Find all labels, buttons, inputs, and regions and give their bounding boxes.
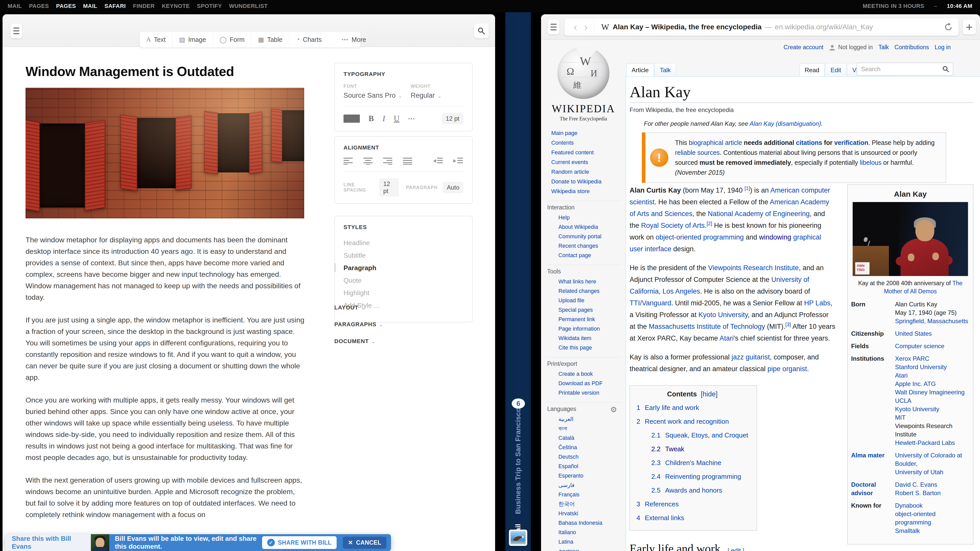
style-item[interactable]: Paragraph: [344, 262, 463, 274]
talk-link[interactable]: Talk: [878, 44, 889, 51]
contributions-link[interactable]: Contributions: [894, 44, 929, 51]
insert-tool-button[interactable]: A Text: [140, 32, 172, 48]
login-link[interactable]: Log in: [935, 44, 951, 51]
sidebar-language-link[interactable]: Deutsch: [558, 452, 622, 462]
infobox-photo[interactable]: AWNTING: [853, 202, 968, 276]
wikipedia-wordmark[interactable]: WIKIPEDIA: [541, 103, 626, 115]
namespace-tab[interactable]: Talk: [655, 63, 676, 77]
sidebar-link[interactable]: Random article: [551, 167, 626, 177]
sidebar-link[interactable]: Current events: [551, 157, 626, 167]
toc-item[interactable]: 1Early life and work: [636, 401, 748, 414]
forward-button[interactable]: ›: [581, 22, 591, 32]
inline-link[interactable]: Kyoto University: [895, 406, 939, 413]
line-spacing-field[interactable]: 12 pt: [379, 178, 399, 197]
inline-link[interactable]: Kyoto University: [698, 311, 748, 319]
toc-item[interactable]: 3References: [636, 497, 748, 511]
mail-app-icon[interactable]: [509, 530, 527, 546]
inline-link[interactable]: [1]: [745, 186, 750, 191]
align-left-button[interactable]: [344, 157, 353, 165]
sidebar-language-link[interactable]: മലയാളം: [558, 547, 622, 551]
document-section-toggle[interactable]: DOCUMENT⌄: [334, 338, 375, 345]
inline-link[interactable]: Hewlett-Packard Labs: [895, 439, 955, 446]
sidebar-link[interactable]: Donate to Wikipedia: [551, 177, 626, 186]
align-center-button[interactable]: [363, 157, 373, 165]
sidebar-link[interactable]: Wikidata item: [558, 333, 622, 343]
share-with-bill-button[interactable]: ✓ SHARE WITH BILL: [262, 536, 337, 549]
toc-item[interactable]: 2.3Children's Machine: [651, 456, 748, 470]
inline-link[interactable]: Dynabook: [895, 502, 923, 509]
outdent-button[interactable]: [433, 157, 443, 165]
sidebar-language-link[interactable]: Bahasa Indonesia: [558, 518, 622, 528]
document-photo-brick-shutters[interactable]: [25, 88, 304, 218]
inline-link[interactable]: TTI/Vanguard: [630, 299, 671, 307]
sidebar-language-link[interactable]: Latina: [558, 537, 622, 547]
inline-link[interactable]: citations: [796, 139, 822, 146]
inline-link[interactable]: [3]: [785, 322, 791, 327]
sidebar-link[interactable]: Main page: [551, 128, 626, 138]
paragraphs-section-toggle[interactable]: PARAGRAPHS⌄: [334, 321, 383, 328]
inline-link[interactable]: Massachusetts Institute of Technology: [649, 323, 765, 330]
toc-item[interactable]: 4External links: [636, 511, 748, 525]
style-item[interactable]: Highlight: [344, 287, 463, 299]
inline-link[interactable]: Smalltalk: [895, 527, 920, 534]
new-tab-button[interactable]: +: [963, 20, 976, 35]
inline-link[interactable]: Royal Society of Arts: [641, 222, 705, 229]
menubar-app-item[interactable]: KEYNOTE: [162, 3, 190, 10]
align-right-button[interactable]: [383, 157, 393, 165]
inline-link[interactable]: jazz guitarist: [732, 353, 770, 361]
inline-link[interactable]: American: [770, 186, 799, 194]
sidebar-link[interactable]: Page information: [558, 324, 622, 333]
toc-item[interactable]: 2.4Reinventing programming: [651, 470, 748, 483]
inline-link[interactable]: HP Labs: [804, 299, 830, 307]
inline-link[interactable]: Robert S. Barton: [895, 489, 941, 496]
sidebar-link[interactable]: Featured content: [551, 148, 626, 157]
sidebar-link[interactable]: Related changes: [558, 286, 622, 296]
inline-link[interactable]: Apple Inc. ATG: [895, 380, 936, 387]
toc-item[interactable]: 2.1Squeak, Etoys, and Croquet: [651, 428, 748, 442]
text-color-swatch[interactable]: [344, 114, 360, 123]
sidebar-link[interactable]: Upload file: [558, 296, 622, 305]
inline-link[interactable]: Walt Disney Imagineering: [895, 389, 965, 395]
menubar-app-item[interactable]: MAIL: [83, 3, 97, 10]
inline-link[interactable]: Viewpoints Research Institute: [708, 264, 799, 272]
cancel-button[interactable]: ✕ CANCEL: [343, 537, 387, 549]
sidebar-link[interactable]: What links here: [558, 277, 622, 286]
search-icon[interactable]: [942, 65, 950, 73]
italic-button[interactable]: I: [383, 114, 385, 123]
inline-link[interactable]: Atari: [719, 334, 734, 342]
more-tools-button[interactable]: ••• More: [335, 32, 372, 48]
insert-tool-button[interactable]: ▦ Table: [251, 32, 289, 48]
inline-link[interactable]: University of Utah: [895, 468, 943, 475]
inline-link[interactable]: windowing: [759, 233, 791, 241]
inline-link[interactable]: UCLA: [895, 397, 912, 404]
toc-hide-link[interactable]: [hide]: [701, 390, 718, 398]
toc-item[interactable]: 2Recent work and recognition: [636, 414, 748, 428]
style-item[interactable]: Quote: [344, 274, 463, 287]
weight-select[interactable]: Regular⌄: [410, 92, 463, 100]
layout-section-toggle[interactable]: LAYOUT⌄: [334, 304, 365, 311]
inline-link[interactable]: reliable sources: [675, 149, 720, 156]
menubar-app-item[interactable]: WUNDERLIST: [229, 3, 268, 10]
menubar-app-item[interactable]: SAFARI: [104, 3, 126, 10]
wikipedia-globe-logo[interactable]: W Ω И 維: [557, 47, 609, 99]
font-size-field[interactable]: 12 pt: [442, 113, 463, 124]
edit-section-link[interactable]: edit: [731, 547, 741, 551]
paragraph-spacing-field[interactable]: Auto: [443, 182, 463, 193]
sidebar-language-link[interactable]: Italiano: [558, 528, 622, 537]
menubar-app-item[interactable]: PAGES: [56, 3, 76, 10]
sidebar-link[interactable]: Help: [558, 213, 622, 222]
inline-link[interactable]: MIT: [895, 414, 905, 421]
sidebar-link[interactable]: About Wikipedia: [558, 222, 622, 232]
menubar-app-item[interactable]: SPOTIFY: [197, 3, 222, 10]
inline-link[interactable]: United States: [895, 330, 932, 337]
inline-link[interactable]: biographical article: [689, 139, 742, 146]
sidebar-link[interactable]: Community portal: [558, 232, 622, 241]
create-account-link[interactable]: Create account: [783, 44, 823, 51]
inline-link[interactable]: pipe organist: [767, 365, 807, 373]
inline-link[interactable]: National Academy of Engineering: [708, 210, 810, 218]
sidebar-link[interactable]: Download as PDF: [558, 379, 622, 388]
back-button[interactable]: ‹: [570, 22, 581, 32]
inline-link[interactable]: [2]: [707, 221, 712, 226]
inline-link[interactable]: Atari: [895, 372, 907, 379]
document-body[interactable]: The window metaphor for displaying apps …: [25, 234, 305, 532]
